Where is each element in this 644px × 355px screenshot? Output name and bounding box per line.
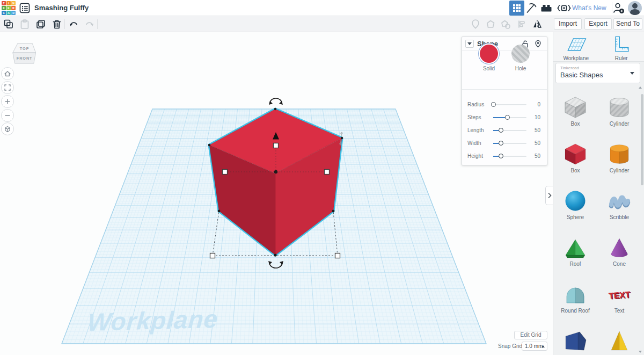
- logo-tile: E: [6, 6, 11, 10]
- undo-button[interactable]: [68, 18, 79, 30]
- shape-item-sphere[interactable]: Sphere: [553, 188, 597, 235]
- ungroup-button[interactable]: [500, 18, 511, 30]
- shape-item-polygon[interactable]: [553, 328, 597, 355]
- logo-tile: K: [2, 6, 6, 10]
- logo-tile: I: [6, 1, 11, 5]
- edit-grid-button[interactable]: Edit Grid: [514, 331, 547, 339]
- design-title[interactable]: Smashing Fulffy: [34, 0, 89, 16]
- lego-brick-icon: [540, 3, 552, 13]
- perspective-toggle-button[interactable]: [1, 122, 14, 135]
- shape-sliders: Radius 0 Steps 10 Length 50 Width: [462, 98, 547, 163]
- logo-tile: D: [11, 11, 16, 15]
- group-icon: [485, 19, 496, 30]
- radius-slider[interactable]: [493, 104, 526, 105]
- round-roof-icon: [562, 281, 588, 307]
- solid-swatch[interactable]: [480, 45, 498, 63]
- view-cube-top-label: TOP: [20, 46, 30, 51]
- design-properties-button[interactable]: [19, 3, 30, 13]
- brick-export-button[interactable]: [540, 2, 553, 15]
- redo-icon: [84, 19, 95, 30]
- duplicate-icon: [35, 19, 46, 30]
- duplicate-button[interactable]: [35, 18, 47, 30]
- sidebar-collapse-handle[interactable]: [545, 186, 553, 205]
- pickaxe-icon: [525, 2, 537, 14]
- snap-grid-dropdown[interactable]: 1.0 mm: [522, 342, 547, 351]
- user-avatar[interactable]: [628, 1, 642, 15]
- shape-item-box[interactable]: Box: [553, 95, 597, 141]
- align-icon: [516, 19, 527, 30]
- send-to-button[interactable]: Send To: [613, 18, 642, 30]
- whats-new-link[interactable]: What's New: [572, 0, 606, 16]
- home-view-button[interactable]: [1, 67, 14, 80]
- delete-button[interactable]: [51, 18, 63, 30]
- copy-button[interactable]: [3, 18, 14, 30]
- shape-item-cone[interactable]: Cone: [597, 235, 641, 281]
- fit-view-icon: [5, 85, 10, 90]
- codeblocks-icon: [557, 2, 572, 14]
- shape-item-cylinder[interactable]: Cylinder: [597, 141, 641, 188]
- tinkercad-logo[interactable]: TINKERCAD: [2, 1, 16, 15]
- slider-knob[interactable]: [505, 115, 510, 120]
- shape-item-label: Scribble: [610, 214, 629, 220]
- sphere-icon: [562, 188, 588, 214]
- zoom-out-button[interactable]: [1, 109, 14, 122]
- tool-item-ruler[interactable]: Ruler: [599, 32, 644, 61]
- workplane-drop-button[interactable]: [470, 18, 481, 30]
- group-button[interactable]: [485, 18, 496, 30]
- zoom-in-button[interactable]: [1, 95, 14, 108]
- minecraft-export-button[interactable]: [524, 2, 537, 15]
- mirror-button[interactable]: [531, 18, 543, 30]
- polygon-icon: [562, 328, 588, 354]
- redo-button[interactable]: [84, 18, 96, 30]
- fit-view-button[interactable]: [1, 81, 14, 94]
- chevron-right-icon: [548, 193, 551, 198]
- center-handle[interactable]: [274, 170, 277, 173]
- shape-item-text[interactable]: TEXT TEXT Text: [597, 281, 641, 328]
- shape-item-box[interactable]: Box: [553, 141, 597, 188]
- edit-toolbar: Import Export Send To: [0, 16, 644, 32]
- tool-item-workplane[interactable]: Workplane: [553, 32, 599, 61]
- shape-category-dropdown[interactable]: Tinkercad Basic Shapes: [555, 63, 640, 83]
- slider-knob[interactable]: [499, 141, 503, 146]
- home-icon: [5, 71, 10, 76]
- hole-swatch[interactable]: [511, 45, 530, 63]
- height-slider[interactable]: [493, 156, 526, 157]
- shape-item-roof[interactable]: Roof: [553, 235, 597, 281]
- tinkercad-app: TINKERCAD Smashing Fulffy: [0, 0, 644, 355]
- roof-icon: [562, 235, 588, 260]
- cone-icon: [606, 235, 632, 260]
- pin-icon: [470, 19, 481, 30]
- shape-item-label: Roof: [569, 261, 581, 267]
- scrollbar-thumb[interactable]: [641, 94, 643, 185]
- shape-item-label: Box: [570, 168, 580, 173]
- length-slider[interactable]: [493, 130, 526, 131]
- dashboard-button[interactable]: [509, 1, 524, 16]
- category-value: Basic Shapes: [560, 71, 635, 79]
- slider-knob[interactable]: [499, 128, 503, 133]
- view-cube[interactable]: TOP FRONT: [6, 39, 39, 68]
- view-cube-front-label: FRONT: [17, 56, 33, 61]
- invite-button[interactable]: [612, 2, 625, 15]
- shape-item-cylinder[interactable]: Cylinder: [597, 95, 641, 141]
- rotate-handle-top[interactable]: [269, 98, 283, 105]
- collapse-panel-button[interactable]: [465, 40, 474, 48]
- panel-divider: [462, 89, 547, 90]
- paste-button[interactable]: [19, 18, 31, 30]
- shape-item-pyramid[interactable]: [597, 328, 641, 355]
- hide-button[interactable]: [534, 40, 543, 48]
- shape-item-scribble[interactable]: Scribble: [597, 188, 641, 235]
- slider-knob[interactable]: [499, 154, 503, 158]
- slider-label: Width: [467, 140, 481, 146]
- width-slider[interactable]: [493, 143, 526, 144]
- ruler-tool-icon: [610, 34, 633, 55]
- codeblocks-button[interactable]: [556, 2, 572, 15]
- scroll-down-arrow[interactable]: [639, 351, 642, 353]
- viewport-3d[interactable]: Workplane: [0, 32, 553, 355]
- steps-slider[interactable]: [493, 117, 526, 118]
- align-button[interactable]: [516, 18, 528, 30]
- cylinder-orange-icon: [606, 141, 632, 167]
- slider-knob[interactable]: [491, 102, 496, 107]
- export-button[interactable]: Export: [584, 18, 612, 30]
- import-button[interactable]: Import: [554, 18, 582, 30]
- shape-item-round-roof[interactable]: Round Roof: [553, 281, 597, 328]
